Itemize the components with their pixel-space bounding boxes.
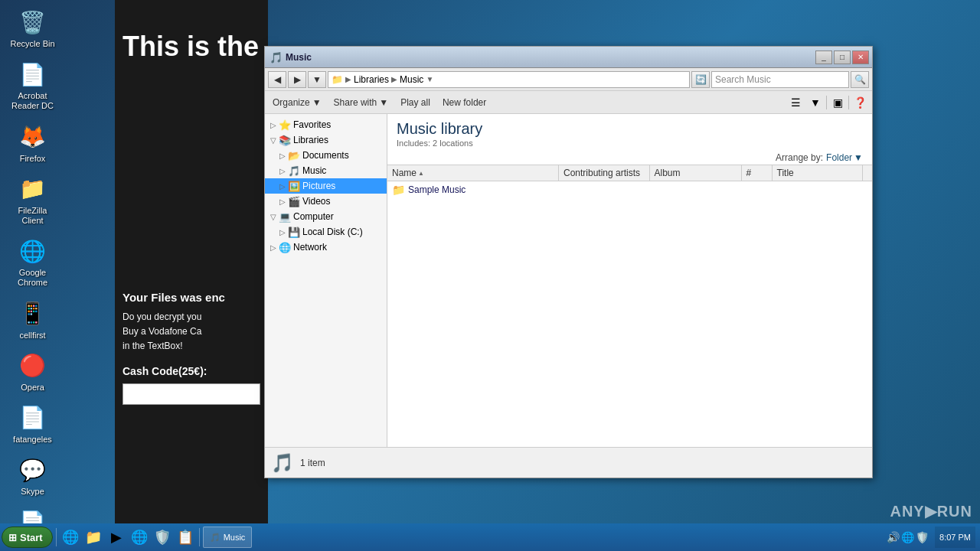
local-disk-expand-icon: ▷ [277,227,288,237]
taskbar-sep-1 [56,528,57,546]
skype-label: Skype [21,487,44,497]
bg-warning-title: Your Files was enc [115,285,268,307]
col-header-artists[interactable]: Contributing artists [559,165,650,181]
warning-line2: Buy a Vodafone Ca [122,324,260,339]
desktop-icon-chrome[interactable]: 🌐 Google Chrome [4,233,61,291]
path-music: Music [400,74,423,85]
anyrun-watermark: ANY▶RUN [890,502,972,520]
taskbar-shield-icon[interactable]: 🛡️ [152,527,173,548]
arrange-label: Arrange by: [776,152,823,163]
warning-line3: in the TextBox! [122,339,260,354]
title-bar-buttons: _ □ ✕ [815,51,869,64]
arrange-bar: Arrange by: Folder ▼ [387,151,872,165]
tree-item-videos[interactable]: ▷ 🎬 Videos [265,194,387,209]
taskbar-media-icon[interactable]: ▶ [106,527,127,548]
organize-label: Organize [273,97,310,108]
share-with-button[interactable]: Share with ▼ [329,93,394,112]
local-disk-icon: 💾 [288,227,300,238]
tree-item-computer[interactable]: ▽ 💻 Computer [265,209,387,224]
desktop-icon-opera[interactable]: 🔴 Opera [4,347,61,396]
col-header-number[interactable]: # [742,165,773,181]
minimize-button[interactable]: _ [815,51,832,64]
play-all-label: Play all [400,97,430,108]
desktop-icon-acrobat[interactable]: 📄 Acrobat Reader DC [4,56,61,114]
address-path[interactable]: 📁 ▶ Libraries ▶ Music ▼ [328,71,690,88]
title-bar-left: 🎵 Music [270,51,312,64]
libraries-icon: 📚 [279,135,291,146]
taskbar-task-music[interactable]: 🎵 Music [203,527,253,548]
tree-item-music[interactable]: ▷ 🎵 Music [265,163,387,178]
share-with-label: Share with [334,97,377,108]
bg-main-text: This is the [115,23,268,70]
tray-network-icon[interactable]: 🌐 [901,531,914,543]
help-button[interactable]: ❓ [851,94,869,111]
system-tray: 🔊 🌐 🛡️ [884,531,932,543]
firefox-label: Firefox [20,154,46,164]
play-all-button[interactable]: Play all [396,93,435,112]
tree-item-pictures[interactable]: ▷ 🖼️ Pictures [265,178,387,194]
panel-title: Music library [397,120,863,138]
tray-volume-icon[interactable]: 🔊 [887,531,900,543]
taskbar-folder-icon[interactable]: 📁 [83,527,104,548]
organize-button[interactable]: Organize ▼ [268,93,326,112]
desktop-icon-cellfirst[interactable]: 📱 cellfirst [4,295,61,344]
tree-item-documents[interactable]: ▷ 📂 Documents [265,148,387,163]
refresh-button[interactable]: 🔄 [691,71,710,88]
tree-item-libraries[interactable]: ▽ 📚 Libraries [265,132,387,148]
window-title: Music [286,52,312,63]
table-row[interactable]: 📁 Sample Music [387,181,872,198]
back-button[interactable]: ◀ [268,71,286,88]
desktop-icon-recycle-bin[interactable]: 🗑️ Recycle Bin [4,4,61,52]
status-music-icon: 🎵 [271,452,294,474]
taskbar-right: 🔊 🌐 🛡️ 8:07 PM [884,527,978,548]
maximize-button[interactable]: □ [834,51,851,64]
recycle-bin-icon: 🗑️ [18,7,48,37]
view-details-button[interactable]: ☰ [786,94,805,111]
tray-security-icon[interactable]: 🛡️ [916,531,929,543]
start-windows-icon: ⊞ [8,532,17,543]
music-expand-icon: ▷ [277,165,288,176]
new-folder-button[interactable]: New folder [438,93,491,112]
col-album-text: Album [655,168,681,178]
tree-item-network[interactable]: ▷ 🌐 Network [265,240,387,255]
col-header-title[interactable]: Title [773,165,864,181]
arrange-folder: Folder [826,152,852,163]
file-list: 📁 Sample Music [387,181,872,447]
firefox-icon: 🦊 [18,122,48,152]
desktop-icon-filezilla[interactable]: 📁 FileZilla Client [4,171,61,229]
warning-line1: Do you decrypt you [122,310,260,324]
task-music-icon: 🎵 [210,533,220,543]
forward-button[interactable]: ▶ [288,71,306,88]
search-button[interactable]: 🔍 [851,71,869,88]
search-box[interactable]: Search Music [711,71,849,88]
tree-item-local-disk[interactable]: ▷ 💾 Local Disk (C:) [265,224,387,240]
toolbar: Organize ▼ Share with ▼ Play all New fol… [265,91,872,114]
window-title-icon: 🎵 [270,51,283,64]
desktop-icon-fatangeles[interactable]: 📄 fatangeles [4,399,61,448]
file-name-text: Sample Music [408,184,466,195]
col-header-album[interactable]: Album [650,165,742,181]
videos-icon: 🎬 [288,196,300,207]
recent-button[interactable]: ▼ [308,71,326,88]
close-button[interactable]: ✕ [852,51,869,64]
tree-item-favorites[interactable]: ▷ ⭐ Favorites [265,117,387,132]
status-item-count: 1 item [300,458,325,468]
computer-icon: 💻 [279,211,291,223]
desktop-icon-skype[interactable]: 💬 Skype [4,452,61,500]
cash-code-input[interactable] [122,383,260,405]
col-header-name[interactable]: Name ▲ [387,165,559,181]
desktop-icon-firefox[interactable]: 🦊 Firefox [4,119,61,167]
view-dropdown-button[interactable]: ▼ [806,94,825,111]
taskbar-ie-icon[interactable]: 🌐 [60,527,81,548]
start-button[interactable]: ⊞ Start [2,527,53,548]
share-with-arrow: ▼ [379,97,388,108]
preview-pane-button[interactable]: ▣ [828,94,847,111]
folder-tree: ▷ ⭐ Favorites ▽ 📚 Libraries ▷ 📂 Document… [265,114,387,447]
path-folder-icon: 📁 [332,74,343,85]
music-label: Music [302,165,326,176]
arrange-value[interactable]: Folder ▼ [826,152,863,163]
taskbar-app-icon[interactable]: 📋 [175,527,196,548]
music-icon: 🎵 [288,165,300,177]
taskbar-chrome-icon[interactable]: 🌐 [129,527,150,548]
file-name-cell: 📁 Sample Music [392,184,867,196]
